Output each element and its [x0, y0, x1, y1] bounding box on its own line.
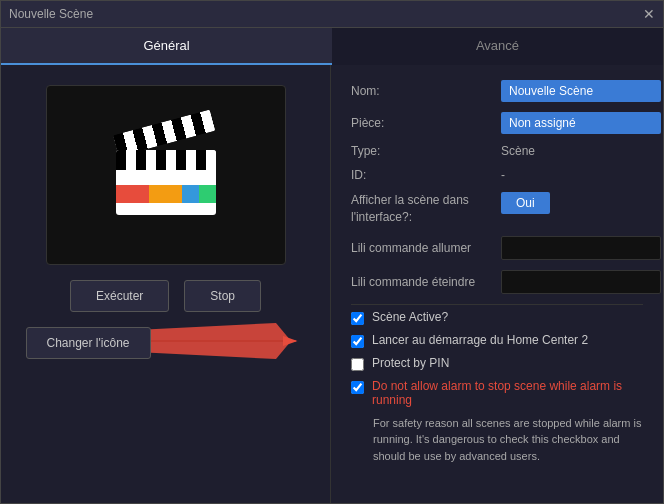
id-label: ID: [351, 168, 501, 182]
color-bar-green [199, 185, 216, 203]
no-alarm-checkbox[interactable] [351, 381, 364, 394]
type-value: Scène [501, 144, 535, 158]
clapper-icon [116, 135, 216, 215]
no-alarm-row: Do not allow alarm to stop scene while a… [351, 379, 643, 407]
scene-active-label: Scène Active? [372, 310, 448, 324]
nom-label: Nom: [351, 84, 501, 98]
launch-startup-checkbox[interactable] [351, 335, 364, 348]
title-bar: Nouvelle Scène ✕ [1, 1, 663, 28]
divider [351, 304, 643, 305]
scene-preview [46, 85, 286, 265]
afficher-row: Afficher la scène dans l'interface?: Oui [351, 192, 643, 226]
type-label: Type: [351, 144, 501, 158]
piece-row: Pièce: [351, 112, 643, 134]
change-icon-button[interactable]: Changer l'icône [26, 327, 151, 359]
window-title: Nouvelle Scène [9, 7, 93, 21]
lili-eteindre-input[interactable] [501, 270, 661, 294]
nom-input[interactable] [501, 80, 661, 102]
clapper-stripes [116, 150, 216, 170]
nom-row: Nom: [351, 80, 643, 102]
scene-active-checkbox[interactable] [351, 312, 364, 325]
piece-input[interactable] [501, 112, 661, 134]
id-row: ID: - [351, 168, 643, 182]
launch-startup-label: Lancer au démarrage du Home Center 2 [372, 333, 588, 347]
id-value: - [501, 168, 505, 182]
stop-button[interactable]: Stop [184, 280, 261, 312]
color-bar-blue [182, 185, 199, 203]
color-bar-orange [149, 185, 166, 203]
execute-button[interactable]: Exécuter [70, 280, 169, 312]
lili-allumer-label: Lili commande allumer [351, 241, 501, 255]
right-panel: Nom: Pièce: Type: Scène ID: - Afficher l… [331, 65, 663, 503]
tab-bar: Général Avancé [1, 28, 663, 65]
clapper-color-bars [116, 185, 216, 203]
afficher-label: Afficher la scène dans l'interface?: [351, 192, 501, 226]
piece-label: Pièce: [351, 116, 501, 130]
tab-avance[interactable]: Avancé [332, 28, 663, 65]
no-alarm-label: Do not allow alarm to stop scene while a… [372, 379, 643, 407]
color-bar-orange2 [166, 185, 183, 203]
lili-allumer-row: Lili commande allumer [351, 236, 643, 260]
oui-button[interactable]: Oui [501, 192, 550, 214]
tab-general[interactable]: Général [1, 28, 332, 65]
protect-pin-checkbox[interactable] [351, 358, 364, 371]
scene-active-row: Scène Active? [351, 310, 643, 325]
color-bar-red [116, 185, 133, 203]
arrow-container: Changer l'icône [26, 327, 306, 359]
lili-eteindre-label: Lili commande éteindre [351, 275, 501, 289]
protect-pin-row: Protect by PIN [351, 356, 643, 371]
close-button[interactable]: ✕ [643, 6, 655, 22]
clapper-body [116, 150, 216, 215]
left-panel: Exécuter Stop Changer l'icône [1, 65, 331, 503]
lili-allumer-input[interactable] [501, 236, 661, 260]
lili-eteindre-row: Lili commande éteindre [351, 270, 643, 294]
action-buttons: Exécuter Stop [70, 280, 261, 312]
safety-text: For safety reason all scenes are stopped… [351, 415, 643, 465]
type-row: Type: Scène [351, 144, 643, 158]
protect-pin-label: Protect by PIN [372, 356, 449, 370]
content-area: Exécuter Stop Changer l'icône [1, 65, 663, 503]
main-window: Nouvelle Scène ✕ Général Avancé [0, 0, 664, 504]
launch-startup-row: Lancer au démarrage du Home Center 2 [351, 333, 643, 348]
color-bar-red2 [132, 185, 149, 203]
